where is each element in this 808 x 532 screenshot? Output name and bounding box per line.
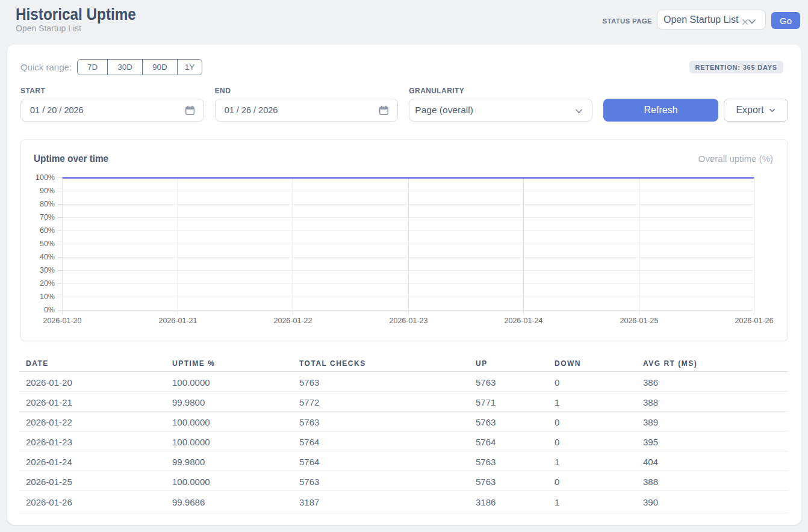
svg-text:60%: 60% xyxy=(40,226,55,235)
svg-text:2026-01-23: 2026-01-23 xyxy=(390,317,428,325)
svg-text:100%: 100% xyxy=(36,173,55,182)
svg-text:50%: 50% xyxy=(40,240,55,248)
svg-text:2026-01-24: 2026-01-24 xyxy=(505,317,543,325)
svg-text:40%: 40% xyxy=(40,253,55,261)
svg-text:2026-01-21: 2026-01-21 xyxy=(159,317,197,325)
svg-text:2026-01-26: 2026-01-26 xyxy=(735,317,774,325)
svg-text:2026-01-25: 2026-01-25 xyxy=(620,317,659,325)
svg-text:80%: 80% xyxy=(40,200,55,208)
svg-text:10%: 10% xyxy=(40,292,55,301)
svg-text:30%: 30% xyxy=(40,266,55,274)
svg-text:2026-01-20: 2026-01-20 xyxy=(43,317,82,325)
svg-text:0%: 0% xyxy=(44,306,55,314)
svg-text:70%: 70% xyxy=(40,213,55,221)
svg-text:90%: 90% xyxy=(40,187,55,195)
svg-text:2026-01-22: 2026-01-22 xyxy=(274,317,312,325)
svg-text:20%: 20% xyxy=(40,279,55,288)
